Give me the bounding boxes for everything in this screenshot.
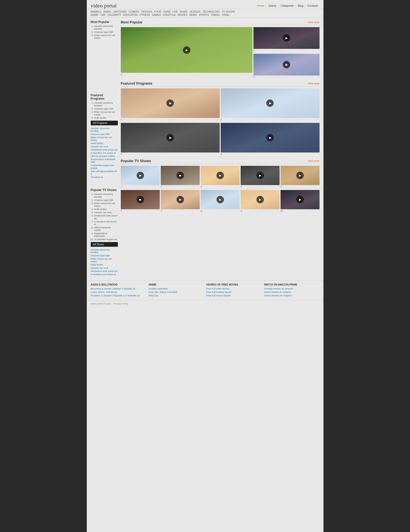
nav-categories[interactable]: Categories xyxy=(279,4,295,8)
footer-link[interactable]: Horror Movies on Amazon xyxy=(264,291,320,293)
sidebar-link[interactable]: Aenean nonummy hendrer xyxy=(91,248,118,254)
sidebar-link[interactable]: Vivamus eget nibh xyxy=(91,133,118,135)
play-button[interactable] xyxy=(296,196,304,203)
play-button[interactable] xyxy=(216,172,224,179)
sidebar-link[interactable]: Vestibulum ante ipsum pri xyxy=(91,148,118,151)
cat-movies[interactable]: MOVIES xyxy=(178,13,189,17)
cat-sports[interactable]: SPORTS xyxy=(199,13,211,17)
cat-animals[interactable]: ANIMALS xyxy=(91,10,104,13)
sidebar-link[interactable]: Etiam cursus leo vel metus xyxy=(91,136,118,141)
tv-thumb-3[interactable] xyxy=(201,166,240,185)
video-thumb-2[interactable] xyxy=(253,27,319,49)
footer-link[interactable]: Free Full Horror Movies xyxy=(206,294,262,297)
play-button[interactable] xyxy=(283,34,290,42)
play-button[interactable] xyxy=(166,99,174,107)
cat-travel[interactable]: TRAVEL xyxy=(211,13,222,17)
play-button[interactable] xyxy=(137,172,144,179)
tv-thumb-1[interactable] xyxy=(121,166,160,185)
cat-news[interactable]: NEWS xyxy=(189,13,199,17)
sidebar-link[interactable]: Vivamus eget nibh xyxy=(91,254,118,257)
play-button[interactable] xyxy=(137,196,144,203)
cat-celebrity[interactable]: CELEBRITY xyxy=(107,13,123,17)
nav-videos[interactable]: Videos xyxy=(267,4,278,8)
cat-anime[interactable]: ANIME xyxy=(91,13,101,17)
cat-car[interactable]: CAR xyxy=(100,13,107,17)
tv-thumb-2[interactable] xyxy=(161,166,200,185)
sidebar-link[interactable]: Ultrices posuere cubilia xyxy=(91,155,118,157)
tv-thumb-4[interactable] xyxy=(241,166,280,185)
footer-link[interactable]: Becoming a Human | Season 1 Episode 20 xyxy=(91,287,146,290)
tv-thumb-6[interactable] xyxy=(121,190,160,209)
all-programs-button[interactable]: All Programs xyxy=(91,121,118,125)
cat-games[interactable]: GAMES xyxy=(152,13,163,17)
sidebar-link[interactable]: Nulla facilisi xyxy=(91,263,118,266)
footer-link[interactable]: Free Full Indie Movies xyxy=(206,287,262,290)
cat-fashion[interactable]: FASHION xyxy=(142,10,154,13)
play-button[interactable] xyxy=(266,99,274,107)
cat-lifestyle[interactable]: LIFESTYLE xyxy=(163,13,178,17)
play-button[interactable] xyxy=(183,46,190,54)
featured-thumb-1[interactable] xyxy=(121,88,220,118)
tv-thumb-10[interactable] xyxy=(281,190,320,209)
play-button[interactable] xyxy=(216,196,224,203)
footer-link[interactable]: Drama Movies on Amazon xyxy=(264,294,320,297)
sidebar-link[interactable]: Tincidunt ac xyxy=(91,176,118,178)
play-button[interactable] xyxy=(166,134,174,141)
cat-education[interactable]: EDUCATION xyxy=(123,13,140,17)
featured-thumb-2[interactable] xyxy=(221,88,320,118)
sidebar-link[interactable]: Ut pharetra augue nec augue xyxy=(91,164,118,169)
cat-viral[interactable]: VIRAL xyxy=(222,13,231,17)
cat-food[interactable]: FOOD xyxy=(154,10,163,13)
footer-link[interactable]: Wild Cats xyxy=(148,294,204,297)
sidebar-link[interactable]: In faucibus orci luctus et xyxy=(91,152,118,154)
nav-home[interactable]: Home xyxy=(256,4,265,8)
footer-link[interactable]: Comedy Movies on Amazon xyxy=(264,287,320,290)
cat-guns[interactable]: GUNS xyxy=(163,10,172,13)
sidebar-link[interactable]: Aenean nec eros xyxy=(91,266,118,269)
sidebar-link[interactable]: Aenean nonummy hendrer xyxy=(91,127,118,132)
play-button[interactable] xyxy=(177,196,184,203)
cat-comedy[interactable]: COMEDY xyxy=(129,10,142,13)
all-shows-button[interactable]: All Shows xyxy=(91,242,118,247)
cat-cartoons[interactable]: CARTOONS xyxy=(113,10,128,13)
video-thumb-1[interactable] xyxy=(121,27,253,73)
cat-live[interactable]: LIVE xyxy=(172,10,180,13)
featured-thumb-3[interactable] xyxy=(121,123,220,152)
footer-link[interactable]: Vividred Operation xyxy=(148,287,204,290)
cat-asian[interactable]: ASIAN xyxy=(103,10,113,13)
nav-contacts[interactable]: Contacts xyxy=(306,4,319,8)
play-button[interactable] xyxy=(296,172,304,179)
play-button[interactable] xyxy=(177,172,184,179)
sidebar-link[interactable]: Suspendisse sollicitudin velit xyxy=(91,158,118,163)
sidebar-link[interactable]: Nam elit agna,endrerit sit a xyxy=(91,170,118,175)
footer-link[interactable]: 'Lorra' (2010) - Full Movie xyxy=(91,291,146,293)
tv-thumb-8[interactable] xyxy=(201,190,240,209)
nav-blog[interactable]: Blog xyxy=(297,4,304,8)
privacy-link[interactable]: Privacy Policy xyxy=(113,302,128,305)
play-button[interactable] xyxy=(256,196,264,203)
sidebar-link[interactable]: Etiam cursus leo vel metus xyxy=(91,257,118,263)
footer-link[interactable]: Free Full Fantasy Movie xyxy=(206,291,262,293)
cat-fitness[interactable]: FITNESS xyxy=(140,13,152,17)
video-thumb-3[interactable] xyxy=(253,54,319,76)
footer-link[interactable]: Paradise 2 | Season 2 Episode 12 | Episo… xyxy=(91,294,146,297)
sidebar-link[interactable]: Vestibulum ante ipsum pri xyxy=(91,270,118,272)
tv-thumb-7[interactable] xyxy=(161,190,200,209)
play-button[interactable] xyxy=(283,61,290,68)
footer-link[interactable]: Fairy Tail - Flame And Wind xyxy=(148,291,204,293)
most-popular-view-more[interactable]: View more xyxy=(308,21,319,24)
sidebar-link[interactable]: Aenean nec eros xyxy=(91,145,118,148)
tv-thumb-9[interactable] xyxy=(241,190,280,209)
tv-thumb-5[interactable] xyxy=(281,166,320,185)
cat-music[interactable]: MUSIC xyxy=(180,10,190,13)
play-button[interactable] xyxy=(256,172,264,179)
featured-view-more[interactable]: View more xyxy=(308,82,319,85)
featured-thumb-4[interactable] xyxy=(221,123,320,152)
play-button[interactable] xyxy=(266,134,274,141)
cat-tv-shows[interactable]: TV SHOWS xyxy=(222,10,237,13)
sidebar-link[interactable]: In faucibus orci luctus et xyxy=(91,273,118,276)
tv-view-more[interactable]: View more xyxy=(308,160,319,162)
cat-science[interactable]: SCIENCE xyxy=(190,10,202,13)
cat-technology[interactable]: TECHNOLOGY xyxy=(203,10,222,13)
sidebar-link[interactable]: Nulla facilisi xyxy=(91,142,118,145)
